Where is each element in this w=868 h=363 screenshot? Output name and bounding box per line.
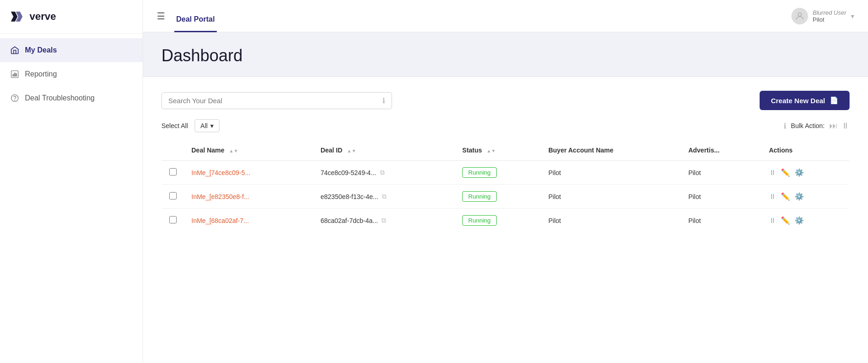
reporting-icon	[10, 70, 19, 79]
search-create-row: ℹ Create New Deal 📄	[161, 91, 850, 110]
row-checkbox-2[interactable]	[169, 216, 177, 223]
sidebar: verve My Deals Reporting Deal Troublesho…	[0, 0, 143, 363]
row-advertiser-1: Pilot	[681, 185, 761, 209]
col-advertiser: Advertis...	[681, 140, 761, 161]
row-actions-1: ⏸ ✏️ ⚙️	[761, 185, 849, 209]
pause-action-icon-1[interactable]: ⏸	[769, 193, 776, 201]
deals-table: Deal Name ▲▼ Deal ID ▲▼ Status ▲▼ Buyer …	[161, 140, 850, 233]
hamburger-icon[interactable]: ☰	[157, 11, 165, 22]
col-actions: Actions	[761, 140, 849, 161]
dashboard-header: Dashboard	[143, 32, 868, 77]
copy-icon-0[interactable]: ⧉	[380, 169, 385, 176]
user-role: Pilot	[813, 16, 824, 23]
row-checkbox-cell	[162, 185, 184, 209]
search-input[interactable]	[168, 97, 382, 105]
filter-left: Select All All ▾	[161, 119, 220, 132]
user-dropdown-arrow[interactable]: ▾	[851, 12, 854, 20]
edit-action-icon-2[interactable]: ✏️	[781, 216, 790, 225]
search-info-icon[interactable]: ℹ	[382, 96, 385, 105]
col-deal-id: Deal ID ▲▼	[313, 140, 455, 161]
status-badge-1: Running	[462, 191, 496, 202]
row-status-2: Running	[455, 209, 541, 233]
row-buyer-1: Pilot	[541, 185, 681, 209]
row-checkbox-cell	[162, 161, 184, 185]
settings-action-icon-0[interactable]: ⚙️	[795, 168, 804, 177]
search-box: ℹ	[161, 92, 392, 109]
pause-action-icon-2[interactable]: ⏸	[769, 217, 776, 225]
filter-dropdown-label: All	[201, 122, 208, 129]
bulk-action-label: Bulk Action:	[791, 122, 825, 129]
svg-marker-0	[11, 12, 18, 22]
sidebar-item-reporting[interactable]: Reporting	[0, 62, 143, 86]
col-buyer-account: Buyer Account Name	[541, 140, 681, 161]
bulk-pause-icon[interactable]: ⏭	[829, 121, 838, 131]
table-row: InMe_[e82350e8-f... e82350e8-f13c-4e... …	[162, 185, 850, 209]
table-row: InMe_[74ce8c09-5... 74ce8c09-5249-4... ⧉…	[162, 161, 850, 185]
row-advertiser-0: Pilot	[681, 161, 761, 185]
table-header: Deal Name ▲▼ Deal ID ▲▼ Status ▲▼ Buyer …	[162, 140, 850, 161]
deal-name-link-0[interactable]: InMe_[74ce8c09-5...	[191, 169, 250, 176]
main-content: ☰ Deal Portal Blurred User Pilot ▾ Dash	[143, 0, 868, 363]
bulk-action-icons: ⏭ ⏸	[829, 121, 850, 131]
bulk-stop-icon[interactable]: ⏸	[841, 121, 850, 131]
filter-right: ℹ Bulk Action: ⏭ ⏸	[784, 121, 850, 131]
copy-icon-2[interactable]: ⧉	[381, 217, 386, 224]
bulk-info-icon[interactable]: ℹ	[784, 122, 786, 130]
settings-action-icon-2[interactable]: ⚙️	[795, 216, 804, 225]
tab-deal-portal[interactable]: Deal Portal	[174, 15, 217, 32]
row-checkbox-0[interactable]	[169, 168, 177, 176]
edit-action-icon-0[interactable]: ✏️	[781, 168, 790, 177]
avatar	[791, 8, 808, 24]
sidebar-item-label-reporting: Reporting	[25, 70, 57, 78]
row-deal-name-2: InMe_[68ca02af-7...	[184, 209, 313, 233]
sort-deal-name[interactable]: ▲▼	[229, 148, 238, 153]
user-info: Blurred User Pilot	[813, 9, 846, 23]
row-actions-0: ⏸ ✏️ ⚙️	[761, 161, 849, 185]
logo-container: verve	[0, 0, 143, 34]
col-deal-name: Deal Name ▲▼	[184, 140, 313, 161]
row-buyer-2: Pilot	[541, 209, 681, 233]
row-deal-id-2: 68ca02af-7dcb-4a... ⧉	[313, 209, 455, 233]
sort-status[interactable]: ▲▼	[487, 148, 496, 153]
row-buyer-0: Pilot	[541, 161, 681, 185]
table-row: InMe_[68ca02af-7... 68ca02af-7dcb-4a... …	[162, 209, 850, 233]
sidebar-item-deal-troubleshooting[interactable]: Deal Troubleshooting	[0, 86, 143, 110]
filter-dropdown-arrow: ▾	[210, 122, 214, 129]
settings-action-icon-1[interactable]: ⚙️	[795, 192, 804, 201]
filter-row: Select All All ▾ ℹ Bulk Action: ⏭ ⏸	[161, 119, 850, 132]
edit-action-icon-1[interactable]: ✏️	[781, 192, 790, 201]
tab-container: Deal Portal	[174, 0, 217, 32]
row-status-0: Running	[455, 161, 541, 185]
row-deal-id-1: e82350e8-f13c-4e... ⧉	[313, 185, 455, 209]
topbar-left: ☰ Deal Portal	[157, 0, 217, 32]
header-checkbox-cell	[162, 140, 184, 161]
deal-name-link-1[interactable]: InMe_[e82350e8-f...	[191, 193, 249, 200]
row-checkbox-1[interactable]	[169, 192, 177, 199]
row-deal-name-0: InMe_[74ce8c09-5...	[184, 161, 313, 185]
create-new-deal-button[interactable]: Create New Deal 📄	[760, 91, 850, 110]
filter-dropdown[interactable]: All ▾	[195, 119, 220, 132]
logo-text: verve	[30, 11, 56, 23]
select-all-label: Select All	[161, 122, 188, 129]
sidebar-item-label-my-deals: My Deals	[25, 46, 57, 54]
sort-deal-id[interactable]: ▲▼	[347, 148, 356, 153]
row-deal-id-0: 74ce8c09-5249-4... ⧉	[313, 161, 455, 185]
sidebar-item-label-troubleshooting: Deal Troubleshooting	[25, 94, 95, 102]
page-title: Dashboard	[161, 46, 850, 65]
col-status: Status ▲▼	[455, 140, 541, 161]
row-advertiser-2: Pilot	[681, 209, 761, 233]
deal-name-link-2[interactable]: InMe_[68ca02af-7...	[191, 217, 249, 224]
verve-logo-icon	[9, 8, 26, 25]
create-btn-label: Create New Deal	[771, 97, 825, 105]
sidebar-item-my-deals[interactable]: My Deals	[0, 38, 143, 62]
svg-point-4	[15, 100, 15, 100]
content-area: ℹ Create New Deal 📄 Select All All ▾ ℹ B…	[143, 77, 868, 363]
status-badge-2: Running	[462, 215, 496, 226]
svg-point-5	[798, 12, 801, 16]
topbar-right: Blurred User Pilot ▾	[791, 8, 854, 24]
create-btn-icon: 📄	[830, 96, 838, 105]
user-name: Blurred User	[813, 9, 846, 16]
copy-icon-1[interactable]: ⧉	[382, 193, 386, 200]
troubleshoot-icon	[10, 94, 19, 103]
pause-action-icon-0[interactable]: ⏸	[769, 169, 776, 177]
